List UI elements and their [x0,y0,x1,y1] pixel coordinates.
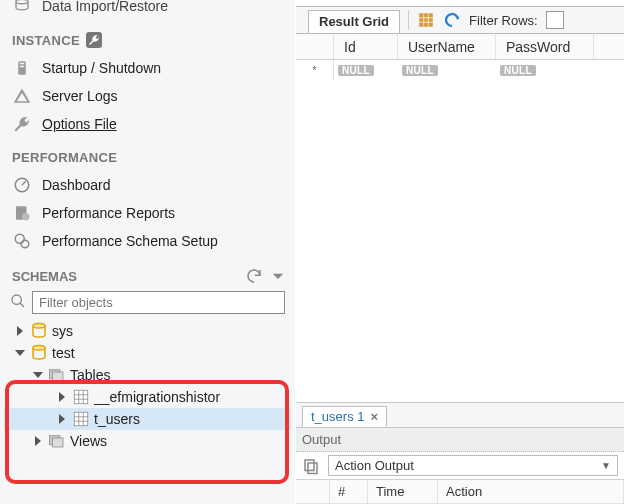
output-copy-icon[interactable] [302,457,320,475]
tree-label: __efmigrationshistor [94,389,220,405]
wrench-icon [12,114,32,134]
folder-views-icon [48,432,66,450]
database-icon [30,344,48,362]
svg-point-11 [33,346,45,351]
collapse-icon[interactable] [269,267,287,285]
nav-label: Dashboard [42,177,111,193]
chevron-right-icon [56,391,68,403]
tree-label: Tables [70,367,110,383]
tree-node-test[interactable]: test [4,342,291,364]
right-pane: Result Grid Filter Rows: Id UserName Pas… [296,0,624,504]
nav-label: Options File [42,116,117,132]
close-icon[interactable]: × [370,409,378,424]
tree-node-tables[interactable]: Tables [4,364,291,386]
result-grid-tab[interactable]: Result Grid [308,10,400,33]
output-col-action[interactable]: Action [438,480,624,503]
svg-point-6 [22,213,30,221]
section-header-schemas: SCHEMAS [0,255,295,289]
gear-gauge-icon [12,231,32,251]
svg-rect-17 [53,438,64,447]
column-username[interactable]: UserName [398,34,496,59]
nav-item-perf-reports[interactable]: Performance Reports [0,199,295,227]
section-header-instance: INSTANCE [0,20,295,54]
tree-label: t_users [94,411,140,427]
cell-username[interactable]: NULL [398,60,496,80]
column-id[interactable]: Id [334,34,398,59]
editor-tabs: t_users 1 × [296,402,624,428]
svg-rect-19 [305,460,314,471]
column-password[interactable]: PassWord [496,34,594,59]
svg-rect-20 [308,463,317,474]
nav-item-options-file[interactable]: Options File [0,110,295,138]
chevron-right-icon [14,325,26,337]
database-icon [30,322,48,340]
svg-rect-14 [74,390,88,404]
table-icon [72,388,90,406]
schema-filter-row [0,289,295,320]
refresh-icon[interactable] [245,267,263,285]
svg-point-7 [15,234,24,243]
editor-tab-tusers[interactable]: t_users 1 × [302,406,387,427]
svg-rect-13 [53,372,64,381]
editor-tab-label: t_users 1 [311,409,364,424]
wrench-badge-icon [86,32,102,48]
tree-node-tusers[interactable]: t_users [4,408,291,430]
cell-id[interactable]: NULL [334,60,398,80]
nav-item-dashboard[interactable]: Dashboard [0,171,295,199]
nav-label: Startup / Shutdown [42,60,161,76]
reports-icon [12,203,32,223]
output-type-select[interactable]: Action Output ▼ [328,455,618,476]
cell-password[interactable]: NULL [496,60,594,80]
result-grid-toolbar: Result Grid Filter Rows: [296,6,624,34]
output-toolbar: Action Output ▼ [296,452,624,480]
tree-node-sys[interactable]: sys [4,320,291,342]
section-header-performance: PERFORMANCE [0,138,295,171]
nav-label: Server Logs [42,88,117,104]
row-header-blank [296,34,334,59]
folder-tables-icon [48,366,66,384]
output-type-label: Action Output [335,458,414,473]
nav-item-startup-shutdown[interactable]: Startup / Shutdown [0,54,295,82]
table-icon [72,410,90,428]
output-col-time[interactable]: Time [368,480,438,503]
grid-view-icon[interactable] [417,11,435,29]
chevron-right-icon [32,435,44,447]
nav-item-perf-schema-setup[interactable]: Performance Schema Setup [0,227,295,255]
separator [408,10,409,30]
svg-rect-3 [20,66,25,68]
refresh-results-icon[interactable] [443,11,461,29]
gauge-icon [12,175,32,195]
warning-icon [12,86,32,106]
result-grid-header: Id UserName PassWord [296,34,624,60]
search-icon [10,293,26,312]
filter-rows-input[interactable] [546,11,564,29]
nav-label: Performance Schema Setup [42,233,218,249]
nav-label: Data Import/Restore [42,0,168,14]
svg-point-8 [21,240,29,248]
schema-tree: sys test Tables __efmigrationshistor [0,320,295,452]
chevron-down-icon [14,347,26,359]
output-panel-title: Output [296,428,624,452]
nav-item-server-logs[interactable]: Server Logs [0,82,295,110]
nav-item-data-import[interactable]: Data Import/Restore [0,0,295,20]
chevron-down-icon: ▼ [601,460,611,471]
tree-label: Views [70,433,107,449]
svg-rect-2 [20,63,25,65]
tree-node-views[interactable]: Views [4,430,291,452]
output-col-hash[interactable]: # [330,480,368,503]
tree-label: test [52,345,75,361]
tree-node-efmigrations[interactable]: __efmigrationshistor [4,386,291,408]
svg-point-9 [12,295,21,304]
result-grid-body[interactable]: * NULL NULL NULL [296,60,624,402]
nav-label: Performance Reports [42,205,175,221]
schema-filter-input[interactable] [32,291,285,314]
table-row[interactable]: * NULL NULL NULL [296,60,624,80]
tree-label: sys [52,323,73,339]
navigator-sidebar: Data Import/Restore INSTANCE Startup / S… [0,0,296,504]
server-icon [12,58,32,78]
svg-rect-15 [74,412,88,426]
output-col-blank [296,480,330,503]
import-icon [12,0,32,16]
filter-rows-label: Filter Rows: [469,13,538,28]
svg-point-10 [33,324,45,329]
